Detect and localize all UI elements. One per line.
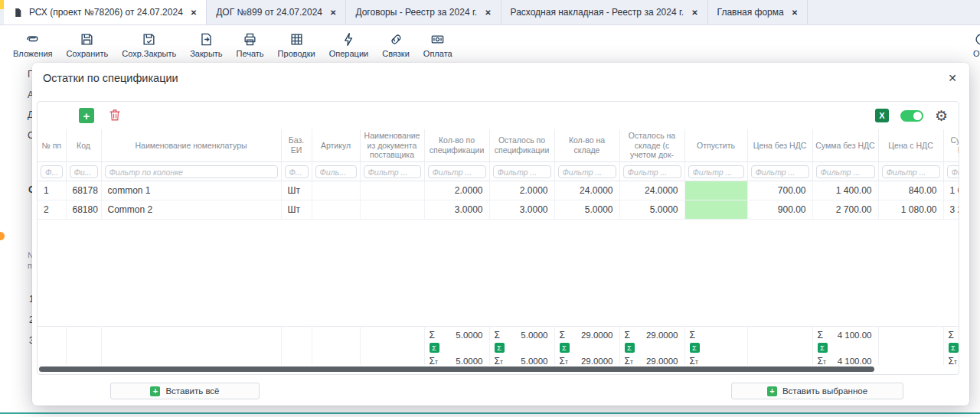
corner-accent	[0, 0, 4, 9]
cell-code: 68180	[66, 200, 101, 220]
save-close-icon	[142, 32, 156, 47]
cell-unit: Шт	[281, 200, 312, 220]
column-header-qty-stock[interactable]: Кол-во на складе	[554, 129, 619, 161]
tab-item[interactable]: ДОГ №899 от 24.07.2024✕	[207, 0, 346, 24]
column-header-unit[interactable]: Баз. ЕИ	[281, 129, 312, 161]
toolbar-label: Вложения	[13, 49, 53, 58]
column-filter-input[interactable]	[364, 165, 421, 178]
tab-close-icon[interactable]: ✕	[330, 8, 336, 17]
column-header-num[interactable]: № пп	[38, 129, 66, 161]
sum-line: Σ	[944, 328, 959, 341]
operations-icon	[341, 32, 356, 47]
totals-empty	[66, 327, 101, 365]
cell-price-no-vat: 900.00	[747, 200, 812, 220]
column-filter-input[interactable]	[493, 165, 551, 178]
sum-filtered-line: Σт5.0000	[490, 354, 554, 365]
tab-close-icon[interactable]: ✕	[485, 8, 491, 17]
save-button[interactable]: Сохранить	[60, 26, 116, 61]
column-filter-input[interactable]	[688, 165, 744, 178]
column-header-left-spec[interactable]: Осталось по спецификации	[489, 129, 554, 161]
column-filter-input[interactable]	[41, 165, 63, 178]
insert-selected-button[interactable]: + Вставить выбранное	[731, 383, 903, 399]
column-header-qty-spec[interactable]: Кол-во по спецификации	[424, 129, 489, 161]
tab-active[interactable]: РСХ (проект №78206) от 24.07.2024✕	[4, 0, 207, 24]
table-viewport: № ппКодНаименование номенклатурыБаз. ЕИА…	[38, 129, 959, 365]
postings-button[interactable]: Проводки	[271, 26, 322, 61]
column-header-release[interactable]: Отпустить	[684, 129, 747, 161]
payment-button[interactable]: Оплата	[416, 26, 459, 61]
column-filter-input[interactable]	[882, 165, 940, 178]
cell-qty-spec: 3.0000	[424, 200, 489, 220]
gear-icon[interactable]: ⚙	[935, 109, 948, 123]
sum-mode-icon[interactable]: Σ	[625, 343, 635, 353]
close-button[interactable]: Закрыть	[183, 26, 229, 61]
table-row[interactable]: 268180Common 2Шт3.00003.00005.00005.0000…	[38, 200, 959, 220]
close-icon	[199, 32, 214, 47]
column-filter-input[interactable]	[105, 165, 278, 178]
print-icon	[243, 32, 257, 47]
sum-mode-icon[interactable]: Σ	[690, 343, 700, 353]
column-filter-input[interactable]	[428, 165, 486, 178]
column-filter-input[interactable]	[623, 165, 681, 178]
dialog-close-icon[interactable]: ✕	[948, 73, 957, 83]
column-filter-input[interactable]	[816, 165, 875, 178]
column-header-sum-no-vat[interactable]: Сумма без НДС	[812, 129, 878, 161]
sum-line: Σ29.0000	[555, 328, 619, 341]
sum-mode-icon[interactable]: Σ	[818, 343, 828, 353]
column-filter-input[interactable]	[947, 165, 959, 178]
totals-empty	[747, 327, 812, 365]
tab-item[interactable]: Расходная накладная - Реестр за 2024 г.✕	[501, 0, 708, 24]
column-header-price-no-vat[interactable]: Цена без НДС	[747, 129, 812, 161]
cell-left-spec: 3.0000	[489, 200, 554, 220]
column-header-name[interactable]: Наименование номенклатуры	[101, 129, 281, 161]
cell-code: 68178	[66, 181, 101, 200]
sum-mode-icon[interactable]: Σ	[560, 343, 570, 353]
column-header-code[interactable]: Код	[66, 129, 101, 161]
sum-mode-icon[interactable]: Σ	[430, 343, 439, 353]
sigma-filtered-icon: Σт	[690, 356, 698, 365]
excel-export-icon[interactable]: X	[875, 109, 889, 122]
sum-mode-icon[interactable]: Σ	[949, 343, 959, 353]
sigma-filtered-icon: Σт	[560, 356, 568, 365]
table-row[interactable]: 168178common 1Шт2.00002.000024.000024.00…	[38, 181, 959, 200]
column-header-left-stock[interactable]: Осталось на складе (с учетом док-	[619, 129, 684, 161]
tab-item[interactable]: Договоры - Реестр за 2024 г.✕	[346, 0, 501, 24]
save-close-button[interactable]: Сохр.Закрыть	[115, 26, 183, 61]
column-filter-input[interactable]	[751, 165, 809, 178]
totals-empty	[101, 327, 281, 365]
add-row-button[interactable]: +	[79, 108, 94, 123]
sigma-filtered-icon: Σт	[495, 356, 503, 365]
tab-close-icon[interactable]: ✕	[691, 8, 697, 17]
save-icon	[80, 32, 94, 47]
header-row: № ппКодНаименование номенклатурыБаз. ЕИА…	[38, 129, 959, 161]
column-header-article[interactable]: Артикул	[312, 129, 360, 161]
refresh-button[interactable]: Обн	[966, 26, 980, 58]
column-filter-input[interactable]	[315, 165, 357, 178]
column-header-supplier-doc[interactable]: Наименование из документа поставщика	[360, 129, 424, 161]
column-filter-input[interactable]	[558, 165, 616, 178]
totals-sum-no-vat: Σ4 100.00ΣΣт4 100.00	[812, 327, 878, 365]
tab-close-icon[interactable]: ✕	[792, 8, 798, 17]
grid-toggle[interactable]	[900, 110, 923, 122]
operations-button[interactable]: Операции	[322, 26, 375, 61]
column-header-price-vat[interactable]: Цена с НДС	[878, 129, 943, 161]
column-header-sum-vat[interactable]: Сумма с НДС	[943, 129, 959, 161]
delete-row-button[interactable]	[107, 108, 122, 123]
cell-sum-no-vat: 1 400.00	[812, 181, 878, 200]
bg-column-header: п	[28, 261, 32, 270]
sum-line: Σ29.0000	[620, 328, 684, 341]
links-button[interactable]: Связки	[375, 26, 416, 61]
insert-all-button[interactable]: + Вставить всё	[110, 383, 260, 399]
print-button[interactable]: Печать	[230, 26, 271, 61]
attachments-button[interactable]: Вложения	[6, 26, 60, 61]
column-filter-input[interactable]	[285, 165, 309, 178]
sum-mode-icon[interactable]: Σ	[495, 343, 505, 353]
column-filter-input[interactable]	[70, 165, 98, 178]
tab-item[interactable]: Главная форма✕	[708, 0, 808, 24]
sigma-filtered-icon: Σт	[818, 356, 826, 365]
tab-close-icon[interactable]: ✕	[191, 8, 197, 17]
sigma-icon: Σ	[560, 330, 565, 340]
sigma-icon: Σ	[625, 330, 630, 340]
document-icon	[13, 8, 23, 18]
scrollbar-thumb[interactable]	[39, 367, 874, 372]
